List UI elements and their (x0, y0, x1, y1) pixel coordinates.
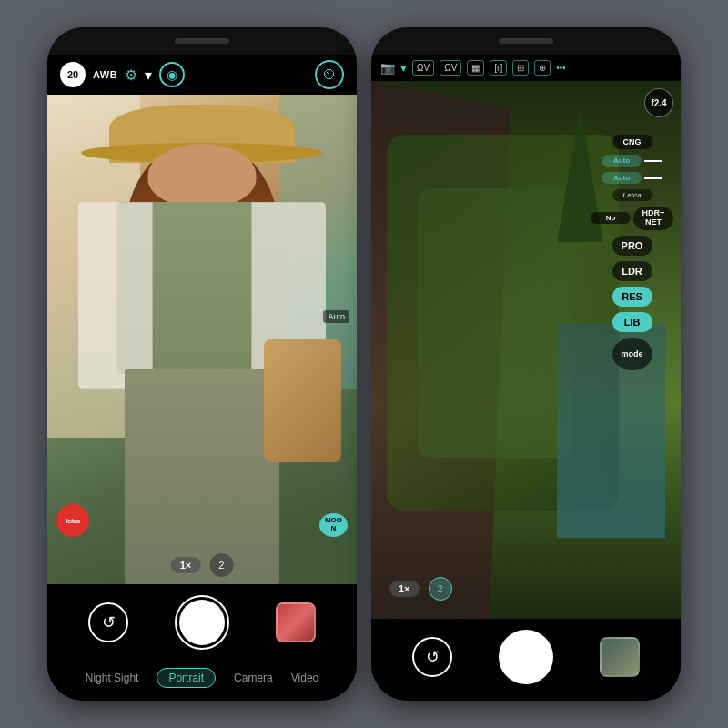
r-control-2[interactable]: ΩV (440, 60, 461, 76)
mode-camera[interactable]: Camera (234, 672, 273, 684)
right-mode-panel: CNG Auto Auto Leica No (591, 135, 673, 370)
left-viewfinder: Auto leica MOON 1× 2 (47, 95, 357, 584)
phones-container: 20 AWB ⚙ ▾ ◉ ⏲ (47, 27, 681, 701)
shutter-button[interactable] (175, 595, 229, 650)
r-control-5[interactable]: ⊞ (512, 60, 529, 76)
right-thumbnail-preview (602, 639, 638, 675)
r-control-6[interactable]: ⊕ (534, 60, 551, 76)
auto-label: Auto (323, 310, 349, 323)
zoom-1x-button[interactable]: 1× (171, 557, 201, 573)
aperture-badge: f2.4 (644, 88, 673, 117)
right-refresh-button[interactable]: ↺ (412, 637, 452, 677)
r-more-icon[interactable]: ••• (556, 63, 566, 73)
mode-night-sight[interactable]: Night Sight (86, 672, 139, 684)
gallery-thumbnail[interactable] (276, 602, 316, 642)
mode-iso[interactable]: Auto (602, 172, 642, 184)
notch-bar (175, 38, 229, 44)
mode-no[interactable]: No (591, 212, 631, 224)
refresh-button[interactable]: ↺ (88, 602, 128, 642)
leica-label: Leica (612, 189, 652, 201)
gear-icon[interactable]: ⚙ (125, 66, 137, 84)
leica-badge: leica (56, 504, 89, 537)
mode-bar-left: Night Sight Portrait Camera Video (47, 661, 357, 701)
mode-portrait[interactable]: Portrait (157, 668, 216, 688)
left-phone: 20 AWB ⚙ ▾ ◉ ⏲ (47, 27, 357, 701)
iso-row: Auto (602, 172, 662, 184)
right-shutter-button[interactable] (499, 630, 553, 684)
shutter-inner (179, 600, 225, 645)
exposure-badge: 20 (60, 62, 86, 87)
mode-pro[interactable]: PRO (612, 236, 652, 256)
r-zoom-1x[interactable]: 1× (389, 581, 420, 597)
right-phone-notch (371, 27, 681, 55)
hdrnet-row: No HDR+NET (591, 207, 673, 230)
left-shutter-row: ↺ (47, 584, 357, 661)
left-camera-screen: 20 AWB ⚙ ▾ ◉ ⏲ (47, 55, 357, 701)
auto-indicator (644, 160, 662, 162)
auto-iso-row: Auto (602, 155, 662, 167)
mode-mode[interactable]: mode (612, 338, 652, 370)
right-gallery-thumbnail[interactable] (600, 637, 640, 677)
r-control-4[interactable]: [r] (490, 60, 507, 76)
left-top-controls: 20 AWB ⚙ ▾ ◉ ⏲ (47, 55, 357, 95)
awb-label: AWB (93, 69, 117, 80)
bottom-bar (371, 695, 681, 701)
moon-badge: MOON (319, 513, 348, 537)
mode-ldr[interactable]: LDR (612, 261, 652, 281)
right-phone: 📷 ▾ ΩV ΩV ▦ [r] ⊞ ⊕ ••• (371, 27, 681, 701)
chevron-down-icon[interactable]: ▾ (145, 66, 152, 84)
timer-symbol: ⏲ (322, 66, 337, 83)
r-control-3[interactable]: ▦ (467, 60, 484, 76)
circle-dot: ◉ (167, 67, 177, 82)
zoom-2-button[interactable]: 2 (209, 553, 233, 577)
left-phone-notch (47, 27, 357, 55)
right-shutter-row: ↺ (371, 619, 681, 695)
mode-res[interactable]: RES (612, 287, 652, 307)
leica-row: Leica (612, 189, 652, 201)
r-chevron-down-icon[interactable]: ▾ (400, 61, 407, 75)
mode-auto[interactable]: Auto (602, 155, 642, 167)
person-head (148, 144, 257, 207)
right-camera-screen: 📷 ▾ ΩV ΩV ▦ [r] ⊞ ⊕ ••• (371, 55, 681, 701)
right-viewfinder: f2.4 CNG Auto Auto Leica (371, 81, 681, 619)
iso-indicator (644, 177, 662, 179)
mode-cng[interactable]: CNG (612, 135, 652, 149)
mode-video[interactable]: Video (291, 672, 318, 684)
zoom-controls-left: 1× 2 (171, 553, 234, 577)
right-zoom-controls: 1× 2 (389, 577, 452, 601)
camera-switch-icon[interactable]: 📷 (380, 61, 395, 75)
portrait-background (47, 95, 357, 584)
person-bag (264, 339, 341, 462)
thumbnail-preview (278, 604, 314, 641)
r-control-1[interactable]: ΩV (412, 60, 434, 76)
mode-lib[interactable]: LIB (612, 312, 652, 332)
right-notch-bar (499, 38, 553, 44)
timer-icon[interactable]: ⏲ (315, 60, 344, 89)
mode-hdrnet[interactable]: HDR+NET (633, 207, 673, 230)
moss-detail (418, 188, 572, 458)
r-zoom-2[interactable]: 2 (429, 577, 452, 601)
person-legs (125, 369, 279, 584)
right-top-controls: 📷 ▾ ΩV ΩV ▦ [r] ⊞ ⊕ ••• (371, 55, 681, 81)
mode-circle-icon[interactable]: ◉ (159, 62, 185, 87)
